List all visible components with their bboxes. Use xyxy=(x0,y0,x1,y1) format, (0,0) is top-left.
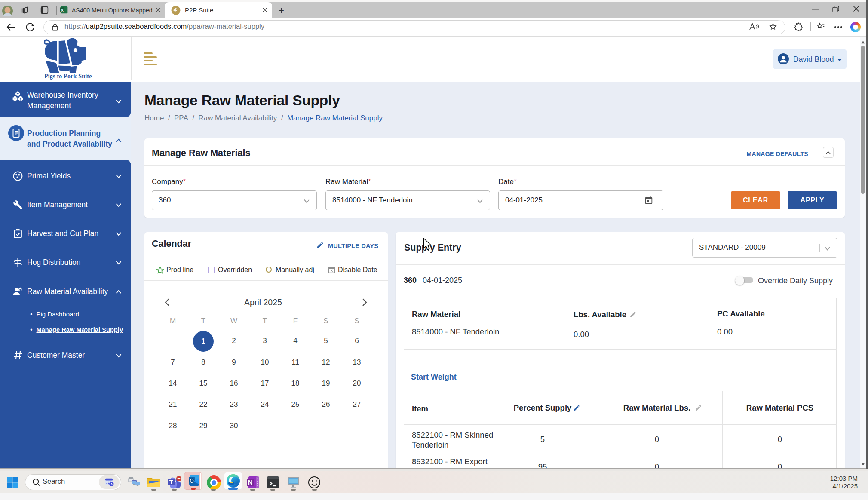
svg-text:X: X xyxy=(61,8,64,12)
